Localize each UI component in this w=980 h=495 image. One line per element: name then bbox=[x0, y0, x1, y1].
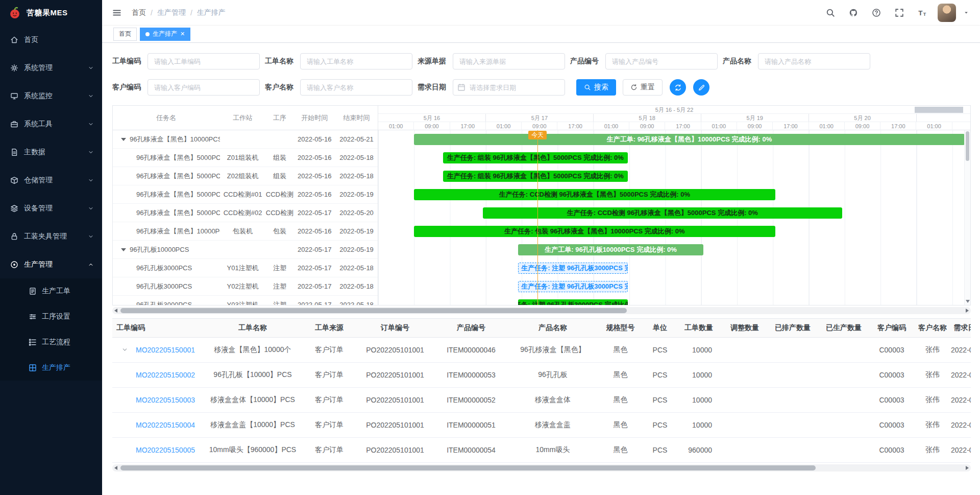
gantt-task-row[interactable]: 96孔移液盒【黑色】5000PCS Z01组装机 组装 2022-05-16 2… bbox=[113, 149, 378, 167]
gantt-bar-task[interactable]: 生产任务: CCD检测 96孔移液盒【黑色】5000PCS 完成比例: 0% bbox=[414, 189, 776, 200]
gantt-bar-order[interactable]: 生产工单: 96孔孔板10000PCS 完成比例: 0% bbox=[518, 244, 703, 255]
gantt-chart-row: 生产任务: 注塑 96孔孔板3000PCS 完成比例: 0% bbox=[378, 259, 970, 277]
gantt-bar-selected[interactable]: 生产任务: 注塑 96孔孔板3000PCS 完成比例: 0% bbox=[518, 263, 628, 274]
gantt-bar-task[interactable]: 生产任务: 组装 96孔移液盒【黑色】5000PCS 完成比例: 0% bbox=[443, 171, 628, 182]
gantt-horizontal-scrollbar[interactable] bbox=[112, 307, 971, 314]
chevron-down-icon bbox=[88, 149, 94, 155]
gantt-bar-order[interactable]: 生产工单: 96孔移液盒【黑色】10000PCS 完成比例: 0% bbox=[414, 134, 965, 145]
github-icon[interactable] bbox=[846, 5, 861, 20]
expand-caret-icon[interactable] bbox=[121, 346, 128, 353]
breadcrumb-item-0[interactable]: 首页 bbox=[132, 8, 146, 17]
gantt-bar-task[interactable]: 生产任务: CCD检测 96孔移液盒【黑色】5000PCS 完成比例: 0% bbox=[483, 207, 842, 219]
tab-1[interactable]: 生产排产 ✕ bbox=[140, 28, 190, 41]
hamburger-icon[interactable] bbox=[109, 5, 125, 20]
orders-horizontal-scrollbar[interactable] bbox=[112, 464, 971, 472]
产品编号-input[interactable] bbox=[605, 53, 718, 69]
avatar[interactable] bbox=[938, 4, 956, 22]
gantt-task-row[interactable]: 96孔移液盒【黑色】5000PCS CCD检测#02 CCD检测 2022-05… bbox=[113, 204, 378, 222]
orders-cell: PCS bbox=[645, 438, 675, 463]
search-icon bbox=[584, 84, 591, 91]
hour-tick-label: 01:00 bbox=[486, 122, 522, 130]
work-order-link[interactable]: MO202205150001 bbox=[136, 346, 195, 354]
reset-button[interactable]: 重置 bbox=[623, 79, 663, 96]
sidebar-subitem-3[interactable]: 生产排产 bbox=[0, 355, 102, 381]
work-order-link[interactable]: MO202205150003 bbox=[136, 396, 195, 404]
vertical-scrollbar-thumb[interactable] bbox=[966, 131, 969, 161]
regenerate-schedule-button[interactable] bbox=[670, 79, 686, 96]
gantt-task-row[interactable]: 96孔移液盒【黑色】10000PCS 2022-05-16 2022-05-21 bbox=[113, 130, 378, 149]
gantt-hour-row: 01:0009:0017:0001:0009:0017:0001:0009:00… bbox=[378, 122, 970, 130]
sidebar-item-5[interactable]: 仓储管理 bbox=[0, 166, 102, 194]
sidebar-item-6[interactable]: 设备管理 bbox=[0, 194, 102, 222]
breadcrumb-item-2[interactable]: 生产排产 bbox=[197, 8, 226, 17]
需求日期-input[interactable] bbox=[453, 79, 565, 96]
tab-label: 首页 bbox=[119, 30, 131, 38]
filter-row-2: 客户编码 客户名称 需求日期 搜索 重置 bbox=[112, 79, 971, 96]
sidebar-item-3[interactable]: 系统工具 bbox=[0, 110, 102, 138]
table-row[interactable]: MO202205150003移液盒盒体【10000】PCS客户订单PO20220… bbox=[112, 388, 971, 413]
sidebar-item-2[interactable]: 系统监控 bbox=[0, 82, 102, 110]
table-row[interactable]: MO20220515000510mm吸头【960000】PCS客户订单PO202… bbox=[112, 438, 971, 463]
gantt-task-row[interactable]: 96孔移液盒【黑色】5000PCS Z02组装机 组装 2022-05-16 2… bbox=[113, 167, 378, 185]
orders-hscroll-thumb[interactable] bbox=[120, 465, 816, 470]
工单名称-input[interactable] bbox=[300, 53, 412, 69]
table-row[interactable]: MO20220515000296孔孔板【10000】PCS客户订单PO20220… bbox=[112, 363, 971, 388]
sidebar-item-7[interactable]: 工装夹具管理 bbox=[0, 222, 102, 250]
客户名称-input[interactable] bbox=[300, 79, 412, 96]
help-icon[interactable] bbox=[869, 5, 884, 20]
collapse-caret-icon[interactable] bbox=[121, 138, 126, 141]
schedule-icon bbox=[29, 364, 37, 372]
close-icon[interactable]: ✕ bbox=[180, 31, 185, 37]
search-icon[interactable] bbox=[823, 5, 838, 20]
sidebar-subitem-0[interactable]: 生产工单 bbox=[0, 278, 102, 304]
scroll-right-arrow-icon[interactable] bbox=[966, 466, 969, 470]
collapse-caret-icon[interactable] bbox=[121, 248, 126, 251]
task-end-date: 2022-05-19 bbox=[335, 191, 378, 198]
work-order-link[interactable]: MO202205150005 bbox=[136, 446, 195, 454]
gantt-task-row[interactable]: 96孔孔板3000PCS Y02注塑机 注塑 2022-05-17 2022-0… bbox=[113, 277, 378, 296]
gantt-bar-task[interactable]: 生产任务: 注塑 96孔孔板3000PCS 完成比例: 0% bbox=[518, 299, 628, 305]
table-row[interactable]: MO202205150004移液盒盒盖【10000】PCS客户订单PO20220… bbox=[112, 413, 971, 438]
sidebar-subitem-2[interactable]: 工艺流程 bbox=[0, 329, 102, 355]
search-button[interactable]: 搜索 bbox=[576, 79, 616, 96]
客户编码-input[interactable] bbox=[148, 79, 260, 96]
hour-tick-label: 09:00 bbox=[522, 122, 557, 130]
来源单据-input[interactable] bbox=[453, 53, 565, 69]
caret-down-icon[interactable] bbox=[964, 10, 969, 15]
gantt-task-row[interactable]: 96孔孔板3000PCS Y01注塑机 注塑 2022-05-17 2022-0… bbox=[113, 259, 378, 277]
work-order-link[interactable]: MO202205150002 bbox=[136, 371, 195, 379]
task-workstation: CCD检测#02 bbox=[220, 208, 266, 218]
产品名称-input[interactable] bbox=[758, 53, 870, 69]
orders-column-header-10: 已排产数量 bbox=[767, 319, 818, 338]
gantt-task-row[interactable]: 96孔移液盒【黑色】10000PCS 包装机 包装 2022-05-16 202… bbox=[113, 222, 378, 241]
gantt-hscroll-thumb[interactable] bbox=[120, 308, 627, 313]
orders-cell: PO202205101001 bbox=[357, 388, 433, 413]
sidebar-subitem-1[interactable]: 工序设置 bbox=[0, 304, 102, 329]
vertical-scrollbar[interactable] bbox=[964, 130, 970, 305]
orders-cell: C00003 bbox=[869, 338, 914, 363]
table-row[interactable]: MO202205150001移液盒【黑色】10000个客户订单PO2022051… bbox=[112, 338, 971, 363]
fullscreen-icon[interactable] bbox=[892, 5, 907, 20]
scroll-left-arrow-icon[interactable] bbox=[114, 466, 117, 470]
sidebar-item-1[interactable]: 系统管理 bbox=[0, 54, 102, 82]
gantt-bar-selected[interactable]: 生产任务: 注塑 96孔孔板3000PCS 完成比例: 0% bbox=[518, 281, 628, 292]
gantt-panel: 任务名工作站工序开始时间结束时间 96孔移液盒【黑色】10000PCS 2022… bbox=[112, 105, 971, 305]
gantt-bar-task[interactable]: 生产任务: 包装 96孔移液盒【黑色】10000PCS 完成比例: 0% bbox=[414, 226, 776, 237]
gantt-bar-task[interactable]: 生产任务: 组装 96孔移液盒【黑色】5000PCS 完成比例: 0% bbox=[443, 152, 628, 163]
scroll-left-arrow-icon[interactable] bbox=[114, 309, 117, 313]
scroll-right-arrow-icon[interactable] bbox=[966, 309, 969, 313]
font-size-icon[interactable]: TT bbox=[915, 5, 930, 20]
gantt-task-row[interactable]: 96孔孔板3000PCS Y03注塑机 注塑 2022-05-17 2022-0… bbox=[113, 296, 378, 305]
edit-schedule-button[interactable] bbox=[693, 79, 709, 96]
工单编码-input[interactable] bbox=[148, 53, 260, 69]
gantt-task-row[interactable]: 96孔孔板10000PCS 2022-05-17 2022-05-19 bbox=[113, 241, 378, 259]
task-process: 注塑 bbox=[265, 282, 293, 291]
sidebar-item-4[interactable]: 主数据 bbox=[0, 138, 102, 166]
sidebar-item-8[interactable]: 生产管理 bbox=[0, 250, 102, 278]
sidebar-item-0[interactable]: 首页 bbox=[0, 26, 102, 54]
breadcrumb-item-1[interactable]: 生产管理 bbox=[157, 8, 186, 17]
tab-0[interactable]: 首页 bbox=[113, 28, 137, 41]
gantt-task-row[interactable]: 96孔移液盒【黑色】5000PCS CCD检测#01 CCD检测 2022-05… bbox=[113, 185, 378, 204]
work-order-link[interactable]: MO202205150004 bbox=[136, 421, 195, 429]
scroll-down-arrow-icon[interactable] bbox=[966, 300, 970, 303]
